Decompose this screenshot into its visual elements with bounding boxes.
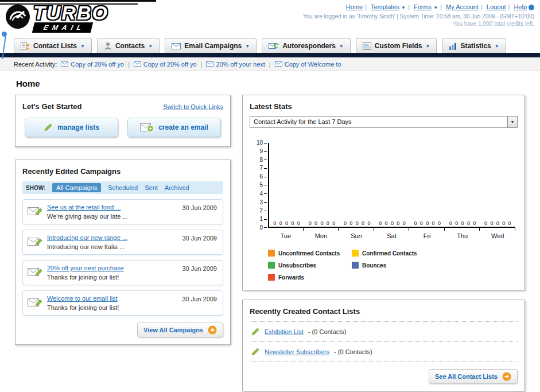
bar-value-label: 0: [297, 220, 300, 226]
bar-value-label: 0: [490, 220, 493, 226]
bar-value-label: 0: [461, 220, 464, 226]
get-started-panel: Let's Get Started Switch to Quick Links …: [15, 95, 231, 147]
contact-lists-panel: Recently Created Contact Lists Exhibitio…: [242, 300, 525, 391]
chart-legend: Unconfirmed ContactsConfirmed ContactsUn…: [268, 250, 515, 281]
chart-bar-group: 00000: [410, 143, 445, 227]
switch-quick-links[interactable]: Switch to Quick Links: [163, 103, 223, 110]
tab-custom-fields[interactable]: Custom Fields ▼: [356, 38, 437, 53]
filter-scheduled[interactable]: Scheduled: [108, 184, 138, 191]
autoresponders-icon: [269, 42, 279, 49]
campaign-envelope-pencil-icon: [28, 205, 42, 217]
tab-label: Custom Fields: [375, 42, 422, 50]
y-axis-label: 3: [252, 200, 267, 205]
x-axis-label: Fri: [409, 232, 445, 239]
see-all-contact-lists-button[interactable]: See All Contact Lists: [429, 369, 518, 384]
recent-activity-item[interactable]: 20% off your next: [206, 61, 265, 68]
tab-label: Statistics: [460, 42, 491, 50]
view-all-campaigns-button[interactable]: View All Campaigns: [137, 323, 223, 337]
y-axis-label: 5: [252, 183, 267, 188]
y-axis-label: 4: [252, 191, 267, 197]
legend-item: Forwards: [268, 274, 352, 281]
help-link[interactable]: Help: [514, 3, 527, 10]
recent-activity-label: Recent Activity:: [14, 61, 57, 68]
bar-value-label: 0: [332, 220, 335, 226]
campaign-link[interactable]: 20% off your next purchase: [47, 265, 177, 271]
contacts-icon: [104, 42, 112, 50]
contact-list-item: Newsletter Subscribers - (0 Contacts): [250, 341, 518, 362]
statistics-icon: [449, 42, 457, 50]
chart-bar-group: 00000: [480, 143, 515, 227]
recent-activity-item[interactable]: Copy of 20% off yo: [134, 61, 197, 68]
bar-value-label: 0: [362, 220, 364, 226]
legend-swatch: [352, 262, 359, 269]
campaign-subtitle: We're giving away our late ...: [47, 213, 177, 220]
contact-list-link[interactable]: Exhibition List: [265, 328, 304, 335]
contact-list-item: Exhibition List - (0 Contacts): [250, 321, 518, 341]
chevron-down-icon: ▼: [80, 44, 85, 49]
x-axis-label: Wed: [480, 232, 515, 239]
tab-contacts[interactable]: Contacts ▼: [97, 38, 160, 53]
pencil-icon: [251, 347, 260, 356]
login-info: You are logged in as 'Timothy Smith' | S…: [303, 13, 534, 20]
logo-text-turbo: TURBO: [33, 3, 108, 22]
tab-contact-lists[interactable]: Contact Lists ▼: [14, 38, 92, 53]
bar-value-label: 0: [349, 220, 352, 226]
speedometer-icon: [5, 3, 31, 30]
campaign-envelope-pencil-icon: [28, 266, 42, 278]
templates-link[interactable]: Templates: [371, 3, 399, 10]
campaign-link[interactable]: Introducing our new range ...: [47, 234, 177, 241]
campaign-date: 30 Jun 2009: [182, 296, 217, 302]
arrow-right-icon: [502, 372, 511, 381]
manage-lists-button[interactable]: manage lists: [25, 118, 118, 137]
campaign-row: 20% off your next purchase Thanks for jo…: [22, 260, 223, 285]
legend-swatch: [268, 274, 275, 281]
create-email-button[interactable]: create an email: [127, 118, 221, 137]
arrow-right-icon: [208, 325, 217, 335]
campaigns-title: Recently Edited Campaigns: [22, 167, 223, 176]
x-axis-label: Mon: [304, 232, 339, 239]
campaign-envelope-pencil-icon: [28, 297, 42, 308]
bar-value-label: 0: [279, 220, 282, 226]
envelope-plus-icon: [140, 123, 154, 132]
campaign-row: See us at the retail food ... We're givi…: [22, 199, 223, 224]
filter-sent[interactable]: Sent: [145, 184, 158, 191]
help-icon[interactable]: [529, 5, 534, 10]
chart-bar-group: 00000: [340, 143, 375, 227]
campaign-subtitle: Thanks for joining our list!: [47, 304, 177, 311]
header: TURBO EMAIL Home| Templates ▼| Forms ▼| …: [0, 0, 540, 36]
contact-list-link[interactable]: Newsletter Subscribers: [265, 348, 329, 355]
bar-value-label: 0: [397, 220, 399, 226]
filter-archived[interactable]: Archived: [165, 184, 189, 191]
campaign-link[interactable]: See us at the retail food ...: [47, 204, 177, 211]
logout-link[interactable]: Logout: [487, 3, 506, 10]
recent-activity-item[interactable]: Copy of 20% off yo: [61, 61, 124, 68]
legend-item: Bounces: [352, 262, 436, 269]
contact-list-count: - (0 Contacts): [334, 348, 372, 355]
campaign-row: Introducing our new range ... Introducin…: [22, 230, 223, 255]
chevron-down-icon: ▼: [507, 117, 517, 127]
bar-value-label: 0: [414, 220, 417, 226]
legend-label: Confirmed Contacts: [362, 250, 417, 257]
my-account-link[interactable]: My Account: [446, 3, 479, 10]
campaign-link[interactable]: Welcome to our email list: [47, 295, 177, 302]
recent-activity-item[interactable]: Copy of Welcome to: [275, 61, 341, 68]
home-link[interactable]: Home: [346, 3, 363, 10]
bar-value-label: 0: [438, 220, 441, 226]
forms-link[interactable]: Forms: [414, 3, 432, 10]
chart-bar-group: 00000: [304, 143, 339, 227]
activity-chart: 109876543210 000000000000000000000000000…: [252, 143, 515, 281]
tab-statistics[interactable]: Statistics ▼: [442, 38, 506, 53]
bar-value-label: 0: [309, 220, 312, 226]
tab-autoresponders[interactable]: Autoresponders ▼: [262, 38, 351, 53]
bar-value-label: 0: [327, 220, 329, 226]
tab-label: Contacts: [115, 42, 145, 50]
tab-email-campaigns[interactable]: Email Campaigns ▼: [165, 38, 257, 53]
stats-period-select[interactable]: Contact Activity for the Last 7 Days ▼: [250, 116, 518, 128]
filter-all-campaigns[interactable]: All Campaigns: [52, 183, 101, 192]
x-axis-label: Sat: [374, 232, 410, 239]
bar-value-label: 0: [367, 220, 370, 226]
custom-fields-icon: [363, 42, 371, 50]
page: TURBO EMAIL Home| Templates ▼| Forms ▼| …: [0, 0, 540, 392]
contact-lists-title: Recently Created Contact Lists: [250, 307, 518, 316]
bar-value-label: 0: [420, 220, 423, 226]
